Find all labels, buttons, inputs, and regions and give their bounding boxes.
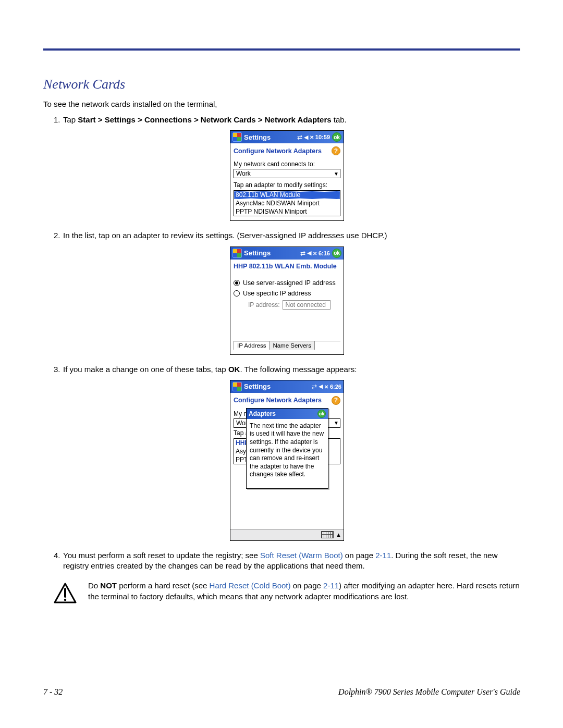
tab-strip: IP Address Name Servers (234, 341, 340, 350)
ppc-window: Settings 6:16 ok HHP 802.11b WLAN Emb. M… (230, 246, 344, 355)
label-connects-to: My network card connects to: (234, 161, 340, 168)
ppc-window: Settings 6:26 Configure Network Adapters… (230, 380, 344, 541)
page-ref-link[interactable]: 2-11 (375, 551, 391, 560)
window-title: Settings (244, 382, 310, 390)
screenshot-2: Settings 6:16 ok HHP 802.11b WLAN Emb. M… (54, 246, 520, 355)
list-item[interactable]: 802.11b WLAN Module (234, 191, 340, 199)
connectivity-icon (297, 133, 302, 141)
list-item[interactable]: PPTP NDISWAN Miniport (234, 207, 340, 216)
close-icon (324, 384, 328, 390)
adapter-listbox[interactable]: 802.11b WLAN Module AsyncMac NDISWAN Min… (234, 190, 340, 216)
windows-logo-icon (232, 249, 242, 258)
radio-label: Use specific IP address (243, 290, 311, 297)
ppc-body: Use server-assigned IP address Use speci… (230, 272, 344, 354)
dialog-title: Adapters (249, 410, 276, 417)
windows-logo-icon (232, 132, 242, 142)
radio-icon (234, 290, 240, 297)
subtitle-row: Configure Network Adapters ? (230, 393, 344, 407)
step-number: 2. (54, 230, 60, 241)
ok-button[interactable]: ok (332, 249, 341, 258)
page-subtitle: Configure Network Adapters (234, 147, 322, 155)
titlebar: Settings 10:59 ok (230, 131, 344, 143)
field-label: IP address: (248, 301, 279, 309)
hard-reset-link[interactable]: Hard Reset (Cold Boot) (210, 581, 291, 590)
radio-server-ip[interactable]: Use server-assigned IP address (234, 279, 340, 287)
svg-point-2 (64, 599, 66, 601)
titlebar: Settings 6:16 ok (230, 247, 344, 260)
dialog-titlebar: Adapters ok (247, 409, 328, 419)
ppc-body: My ne Wor ▼ Tap a HHP Asyn PPT Adapt (230, 407, 344, 540)
help-icon[interactable]: ? (332, 146, 340, 155)
windows-logo-icon (232, 382, 242, 391)
step-number: 4. (54, 550, 60, 561)
screenshot-1: Settings 10:59 ok Configure Network Adap… (54, 130, 520, 221)
step-1: 1. Tap Start > Settings > Connections > … (54, 115, 520, 125)
page-subtitle: Configure Network Adapters (234, 397, 322, 404)
ok-button[interactable]: ok (317, 410, 326, 418)
connects-to-select[interactable]: Work ▼ (234, 169, 340, 178)
up-arrow-icon[interactable]: ▲ (336, 532, 341, 538)
status-icons: 6:16 (300, 250, 330, 257)
close-icon (313, 250, 317, 256)
volume-icon (304, 134, 308, 141)
select-value: Work (236, 170, 251, 177)
steps-list: 1. Tap Start > Settings > Connections > … (43, 115, 520, 571)
nav-path: Start > Settings > Connections > Network… (78, 115, 331, 124)
step-2: 2. In the list, tap on an adapter to rev… (54, 230, 520, 241)
ip-address-field: IP address: Not connected (248, 300, 340, 310)
window-title: Settings (244, 249, 298, 257)
dialog-body: The next time the adapter is used it wil… (247, 419, 328, 488)
clock: 6:16 (319, 250, 330, 256)
ppc-body: My network card connects to: Work ▼ Tap … (230, 157, 344, 220)
ok-button[interactable]: ok (332, 132, 341, 142)
connectivity-icon (300, 250, 305, 257)
step-text: on page (343, 551, 376, 560)
sip-bar: ▲ (230, 529, 344, 540)
close-icon (310, 134, 314, 140)
step-4: 4. You must perform a soft reset to upda… (54, 550, 520, 572)
subtitle-row: Configure Network Adapters ? (230, 143, 344, 157)
page-subtitle: HHP 802.11b WLAN Emb. Module (234, 263, 337, 270)
step-text: You must perform a soft reset to update … (63, 551, 260, 560)
step-text: If you make a change on one of these tab… (63, 365, 228, 374)
keyboard-icon[interactable] (321, 531, 334, 538)
step-text: Tap (63, 115, 78, 124)
tab-name-servers[interactable]: Name Servers (269, 341, 315, 350)
ok-word: OK (228, 365, 240, 374)
chevron-down-icon: ▼ (334, 420, 339, 426)
volume-icon (307, 250, 311, 256)
chevron-down-icon: ▼ (334, 171, 339, 177)
list-item[interactable]: AsyncMac NDISWAN Miniport (234, 199, 340, 207)
page-content: Network Cards To see the network cards i… (43, 48, 520, 603)
help-icon[interactable]: ? (332, 396, 340, 405)
window-title: Settings (244, 133, 295, 141)
clock: 10:59 (315, 134, 330, 140)
step-text: . The following message appears: (240, 365, 357, 374)
warning-icon (54, 583, 77, 603)
radio-specific-ip[interactable]: Use specific IP address (234, 290, 340, 297)
step-number: 1. (54, 115, 60, 125)
status-icons: 10:59 (297, 133, 330, 141)
tab-ip-address[interactable]: IP Address (234, 341, 270, 350)
guide-title: Dolphin® 7900 Series Mobile Computer Use… (338, 687, 520, 697)
page-ref-link[interactable]: 2-11 (323, 581, 339, 590)
status-icons: 6:26 (312, 383, 341, 390)
volume-icon (319, 383, 323, 390)
warn-segment: Do (88, 581, 100, 590)
screenshot-3: Settings 6:26 Configure Network Adapters… (54, 380, 520, 541)
warn-not: NOT (100, 581, 117, 590)
adapters-dialog: Adapters ok The next time the adapter is… (246, 408, 328, 489)
soft-reset-link[interactable]: Soft Reset (Warm Boot) (260, 551, 343, 560)
warning-text: Do NOT perform a hard reset (see Hard Re… (88, 581, 520, 603)
warn-segment: perform a hard reset (see (117, 581, 210, 590)
radio-icon (234, 280, 240, 286)
step-3: 3. If you make a change on one of these … (54, 364, 520, 375)
clock: 6:26 (330, 384, 341, 390)
field-value: Not connected (283, 300, 331, 310)
subtitle-row: HHP 802.11b WLAN Emb. Module (230, 260, 344, 272)
warning-block: Do NOT perform a hard reset (see Hard Re… (43, 581, 520, 603)
step-text: In the list, tap on an adapter to review… (63, 231, 387, 240)
step-text: tab. (332, 115, 347, 124)
warn-segment: on page (291, 581, 324, 590)
page-number: 7 - 32 (43, 687, 63, 697)
